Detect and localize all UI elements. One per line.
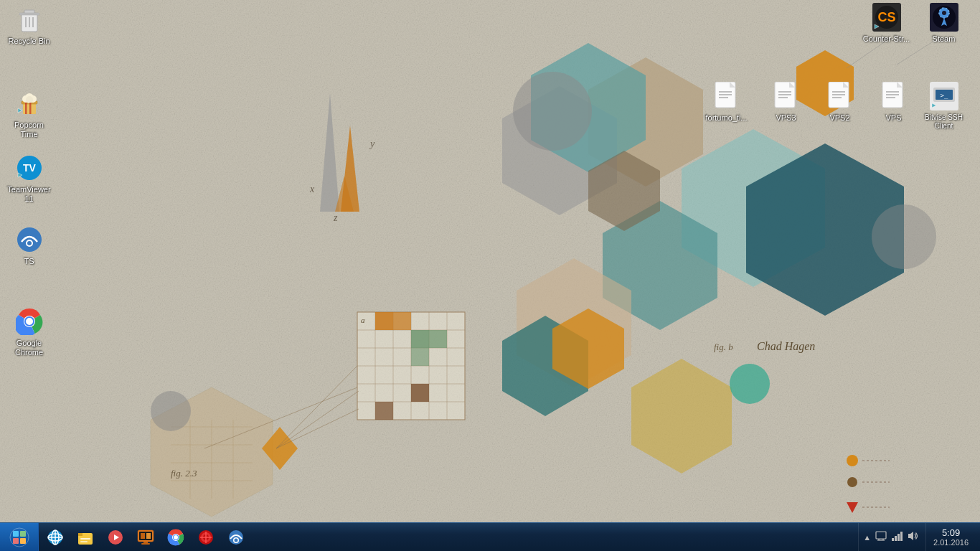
vps-label: VPS xyxy=(885,113,901,123)
ts-icon[interactable]: TS xyxy=(2,222,56,269)
svg-rect-80 xyxy=(29,103,32,114)
svg-point-33 xyxy=(151,391,191,431)
start-button[interactable] xyxy=(0,523,39,552)
svg-rect-72 xyxy=(19,13,39,15)
vps3-icon[interactable]: VPS3 xyxy=(759,79,813,126)
counter-strike-icon[interactable]: CS Counter-Str... xyxy=(859,0,913,47)
svg-rect-139 xyxy=(80,538,90,540)
svg-text:fig. b: fig. b xyxy=(714,342,733,352)
svg-rect-161 xyxy=(876,532,886,539)
svg-text:CS: CS xyxy=(877,10,895,24)
svg-point-160 xyxy=(235,538,238,542)
svg-point-63 xyxy=(847,477,857,487)
desktop: y x z fig. 2.3 xyxy=(0,0,980,522)
svg-rect-129 xyxy=(20,531,26,537)
recycle-bin-label: Recycle Bin xyxy=(8,37,50,46)
svg-point-127 xyxy=(10,528,29,547)
svg-text:Chad Hagen: Chad Hagen xyxy=(757,340,815,353)
taskbar-explorer[interactable] xyxy=(71,524,100,550)
teamviewer-label: TeamViewer 11 xyxy=(5,185,53,204)
svg-rect-48 xyxy=(429,330,447,348)
svg-point-100 xyxy=(942,11,946,15)
taskbar-multimon[interactable] xyxy=(131,524,160,550)
google-chrome-label: Google Chrome xyxy=(5,339,53,357)
svg-rect-50 xyxy=(411,384,429,402)
svg-rect-45 xyxy=(375,312,393,330)
svg-rect-140 xyxy=(80,541,88,542)
ts-label: TS xyxy=(24,257,34,266)
vps2-label: VPS2 xyxy=(829,113,849,123)
taskbar: ▲ xyxy=(0,522,980,551)
svg-point-15 xyxy=(730,364,770,404)
svg-rect-79 xyxy=(25,103,27,114)
system-tray: ▲ xyxy=(858,523,923,551)
svg-rect-145 xyxy=(141,533,145,539)
svg-text:z: z xyxy=(333,212,338,223)
tray-monitor[interactable] xyxy=(875,531,887,543)
recycle-bin-icon[interactable]: Recycle Bin xyxy=(2,2,56,49)
svg-text:fig. 2.3: fig. 2.3 xyxy=(171,468,197,479)
taskbar-media[interactable] xyxy=(101,524,130,550)
steam-label: Steam xyxy=(933,34,956,44)
svg-marker-138 xyxy=(78,533,83,536)
svg-rect-168 xyxy=(900,532,903,541)
svg-text:x: x xyxy=(309,184,315,194)
svg-point-14 xyxy=(872,204,936,269)
fortumo-label: fortumo_ti... xyxy=(705,113,747,123)
taskbar-ts[interactable] xyxy=(222,524,250,550)
vps3-label: VPS3 xyxy=(776,113,796,123)
svg-point-87 xyxy=(27,241,32,245)
svg-point-92 xyxy=(26,318,33,325)
taskbar-apps xyxy=(39,523,858,551)
tray-signal[interactable] xyxy=(891,531,903,543)
vps-icon[interactable]: VPS xyxy=(867,79,920,126)
svg-rect-51 xyxy=(375,402,393,420)
popcorn-time-label: Popcorn Time xyxy=(5,121,53,139)
svg-marker-81 xyxy=(18,108,22,113)
bitvise-icon[interactable]: >_ Bitvise SSHClient xyxy=(917,79,971,133)
clock-time: 5:09 xyxy=(942,527,960,538)
svg-rect-165 xyxy=(892,538,894,541)
steam-icon[interactable]: Steam xyxy=(917,0,971,47)
svg-rect-146 xyxy=(146,533,151,539)
svg-rect-167 xyxy=(897,534,900,541)
taskbar-chrome[interactable] xyxy=(161,524,190,550)
svg-text:TV: TV xyxy=(23,162,37,174)
tray-expand[interactable]: ▲ xyxy=(863,533,871,542)
taskbar-ie[interactable] xyxy=(41,524,70,550)
svg-rect-130 xyxy=(13,538,19,544)
bitvise-label: Bitvise SSHClient xyxy=(925,113,963,131)
fortumo-icon[interactable]: fortumo_ti... xyxy=(699,79,753,126)
google-chrome-icon[interactable]: Google Chrome xyxy=(2,304,56,360)
clock[interactable]: 5:09 2.01.2016 xyxy=(925,523,976,551)
svg-point-78 xyxy=(26,96,33,103)
clock-date: 2.01.2016 xyxy=(933,538,969,547)
svg-point-61 xyxy=(847,455,858,466)
taskbar-appred[interactable] xyxy=(192,524,220,550)
svg-point-152 xyxy=(174,535,178,540)
svg-text:>_: >_ xyxy=(940,92,948,99)
counter-strike-label: Counter-Str... xyxy=(863,34,910,44)
svg-rect-131 xyxy=(20,538,26,544)
svg-marker-169 xyxy=(908,532,913,540)
svg-rect-47 xyxy=(411,330,429,348)
svg-rect-46 xyxy=(393,312,411,330)
svg-rect-128 xyxy=(13,531,19,537)
taskbar-right: ▲ xyxy=(858,523,980,551)
teamviewer-icon[interactable]: TV TeamViewer 11 xyxy=(2,151,56,207)
popcorn-time-icon[interactable]: Popcorn Time xyxy=(2,86,56,142)
svg-text:y: y xyxy=(369,138,375,149)
svg-rect-148 xyxy=(141,543,150,545)
tray-speaker[interactable] xyxy=(907,531,918,543)
svg-text:a: a xyxy=(361,316,365,324)
vps2-icon[interactable]: VPS2 xyxy=(813,79,867,126)
svg-rect-49 xyxy=(411,348,429,366)
svg-point-13 xyxy=(513,72,592,151)
svg-rect-166 xyxy=(895,536,897,541)
